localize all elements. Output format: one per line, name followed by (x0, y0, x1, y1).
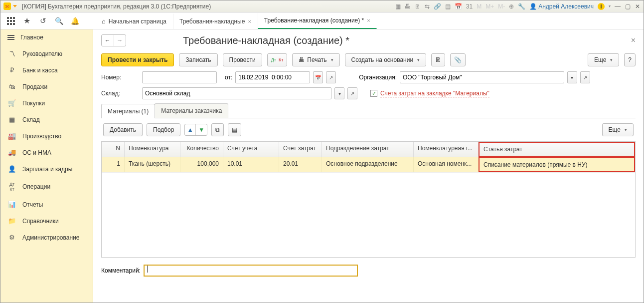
tab-home[interactable]: ⌂Начальная страница (95, 13, 173, 29)
chart-icon: 〽 (7, 50, 16, 57)
move-down-button[interactable]: ▼ (196, 124, 207, 135)
col-header-nom[interactable]: Номенклатура (125, 142, 180, 157)
info-icon[interactable]: i (598, 3, 605, 10)
bell-icon[interactable]: 🔔 (70, 16, 79, 25)
calendar-button[interactable]: 📅 (313, 71, 323, 83)
cell-dept[interactable]: Основное подразделение (322, 157, 414, 172)
cell-cost-item[interactable]: Списание материалов (прямые в НУ) (479, 157, 635, 172)
close-page-button[interactable]: × (631, 36, 636, 45)
comment-input[interactable] (144, 265, 358, 277)
maximize-button[interactable]: ▢ (625, 3, 631, 10)
structure-button[interactable]: 🖹 (431, 53, 445, 66)
sidebar-item-admin[interactable]: ⚙Администрирование (0, 229, 93, 246)
org-dropdown-button[interactable]: ▾ (567, 71, 577, 83)
col-header-cost-item[interactable]: Статья затрат (479, 142, 635, 157)
tab-demand-create[interactable]: Требование-накладная (создание) *× (258, 12, 377, 29)
minimize-button[interactable]: — (615, 3, 621, 10)
cost-accounts-link[interactable]: Счета затрат на закладке "Материалы" (380, 90, 489, 97)
warehouse-open-button[interactable]: ↗ (347, 87, 357, 99)
tab-demands[interactable]: Требования-накладные× (173, 13, 258, 29)
add-row-button[interactable]: Добавить (103, 123, 143, 136)
col-header-cost-acc[interactable]: Счет затрат (279, 142, 322, 157)
move-up-button[interactable]: ▲ (185, 124, 196, 135)
tab-materials[interactable]: Материалы (1) (101, 104, 155, 118)
user-label[interactable]: 👤 Андрей Алексеевич (529, 3, 594, 10)
copy-button[interactable]: ⧉ (211, 123, 224, 136)
tools-icon[interactable]: 🔧 (518, 3, 525, 10)
print-button[interactable]: 🖶Печать▾ (292, 53, 339, 66)
cell-nomgroup[interactable]: Основная номенк... (414, 157, 479, 172)
sidebar: Главное 〽Руководителю ₽Банк и касса 🛍Про… (0, 29, 93, 303)
pick-button[interactable]: Подбор (147, 123, 180, 136)
number-input[interactable] (142, 71, 217, 83)
sidebar-item-main[interactable]: Главное (0, 29, 93, 45)
m-minus-icon[interactable]: M- (498, 3, 505, 10)
sidebar-item-catalogs[interactable]: 📁Справочники (0, 213, 93, 229)
sidebar-item-production[interactable]: 🏭Производство (0, 128, 93, 144)
expand-button[interactable]: ↗ (326, 71, 336, 83)
org-open-button[interactable]: ↗ (580, 71, 590, 83)
cost-accounts-checkbox[interactable]: ✓ (370, 90, 377, 97)
cell-acc[interactable]: 10.01 (223, 157, 279, 172)
cell-qty[interactable]: 100,000 (180, 157, 223, 172)
warehouse-select[interactable]: Основной склад (142, 87, 331, 99)
dtk-button[interactable]: ДтКт (267, 53, 288, 66)
search-icon[interactable]: 🔍 (54, 16, 63, 25)
col-header-dept[interactable]: Подразделение затрат (322, 142, 414, 157)
sidebar-item-assets[interactable]: 🚚ОС и НМА (0, 144, 93, 161)
m-icon[interactable]: M (477, 3, 482, 10)
post-button[interactable]: Провести (223, 53, 262, 66)
close-button[interactable]: ✕ (635, 3, 641, 10)
doc-icon[interactable]: 🗎 (415, 3, 421, 10)
tab-customer-materials[interactable]: Материалы заказчика (155, 103, 228, 118)
attach-button[interactable]: 📎 (450, 53, 466, 66)
sidebar-item-operations[interactable]: ДтКтОперации (0, 177, 93, 196)
boxes-icon: ▦ (7, 116, 16, 123)
post-and-close-button[interactable]: Провести и закрыть (101, 53, 174, 66)
sidebar-item-manager[interactable]: 〽Руководителю (0, 45, 93, 62)
help-button[interactable]: ? (624, 53, 636, 66)
cell-cost-acc[interactable]: 20.01 (279, 157, 322, 172)
info-dropdown[interactable]: ▾ (609, 4, 611, 8)
paste-button[interactable]: ▤ (228, 123, 241, 136)
compare-icon[interactable]: ⇆ (425, 3, 430, 10)
date-icon[interactable]: 31 (466, 3, 473, 10)
sidebar-item-warehouse[interactable]: ▦Склад (0, 111, 93, 128)
calc-icon[interactable]: ▤ (445, 3, 451, 10)
m-plus-icon[interactable]: M+ (485, 3, 494, 10)
more-button[interactable]: Еще▾ (588, 53, 619, 66)
forward-button[interactable]: → (114, 35, 126, 46)
save-button[interactable]: Записать (179, 53, 217, 66)
sidebar-item-bank[interactable]: ₽Банк и касса (0, 62, 93, 78)
toolbar-icon[interactable]: ▦ (395, 3, 401, 10)
calendar-icon[interactable]: 📅 (455, 3, 462, 10)
zoom-icon[interactable]: ⊕ (509, 3, 514, 10)
cell-n[interactable]: 1 (102, 157, 125, 172)
sidebar-item-sales[interactable]: 🛍Продажи (0, 78, 93, 95)
tab-close-icon[interactable]: × (248, 18, 251, 24)
apps-icon[interactable] (6, 16, 15, 25)
org-select[interactable]: ООО "Торговый Дом" (400, 71, 564, 83)
date-input[interactable] (235, 71, 310, 83)
app-menu-dropdown[interactable] (13, 5, 17, 7)
star-icon[interactable]: ★ (22, 16, 31, 25)
history-icon[interactable]: ↺ (38, 16, 47, 25)
grid-more-button[interactable]: Еще▾ (602, 123, 634, 136)
sidebar-item-reports[interactable]: 📊Отчеты (0, 196, 93, 213)
cell-nom[interactable]: Ткань (шерсть) (125, 157, 180, 172)
col-header-qty[interactable]: Количество (180, 142, 223, 157)
titlebar: 1c [КОПИЯ] Бухгалтерия предприятия, реда… (0, 0, 644, 12)
table-row[interactable]: 1 Ткань (шерсть) 100,000 10.01 20.01 Осн… (102, 157, 635, 173)
print-icon[interactable]: 🖶 (405, 3, 411, 10)
sidebar-item-payroll[interactable]: 👤Зарплата и кадры (0, 161, 93, 177)
link-icon[interactable]: 🔗 (434, 3, 441, 10)
sidebar-item-purchases[interactable]: 🛒Покупки (0, 95, 93, 111)
warehouse-dropdown-button[interactable]: ▾ (334, 87, 344, 99)
tab-close-icon[interactable]: × (367, 17, 370, 23)
col-header-n[interactable]: N (102, 142, 125, 157)
bag-icon: 🛍 (7, 83, 16, 90)
col-header-nomgroup[interactable]: Номенклатурная г... (414, 142, 479, 157)
create-based-button[interactable]: Создать на основании▾ (345, 53, 427, 66)
col-header-acc[interactable]: Счет учета (223, 142, 279, 157)
back-button[interactable]: ← (102, 35, 114, 46)
